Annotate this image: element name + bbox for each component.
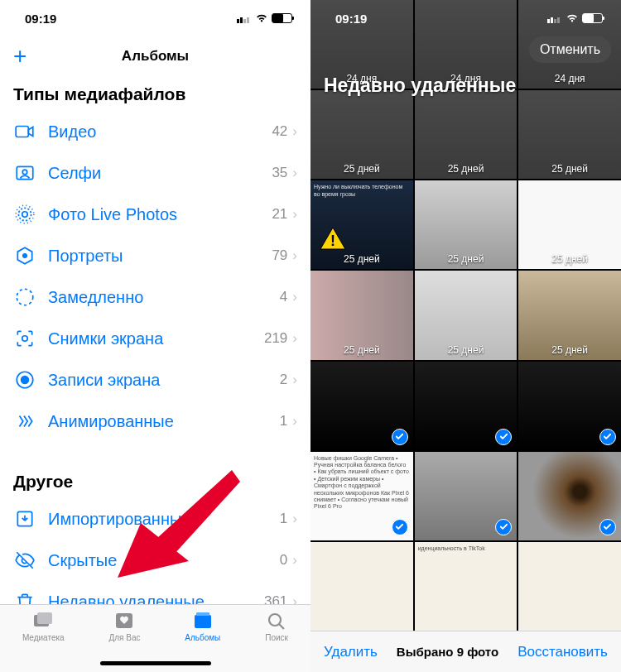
dual-sim-icon	[237, 14, 252, 23]
row-count: 2	[280, 372, 287, 388]
screenshot-icon	[13, 327, 36, 350]
photo-thumbnail[interactable]	[310, 362, 413, 450]
warning-icon: !	[319, 226, 347, 251]
slomo-icon	[13, 286, 36, 309]
photo-thumbnail[interactable]: 25 дней	[310, 90, 413, 179]
chevron-right-icon: ›	[292, 552, 297, 569]
status-bar: 09:19	[0, 0, 310, 36]
svg-rect-3	[247, 17, 249, 23]
wifi-icon	[566, 13, 579, 23]
photo-thumbnail[interactable]: Новые фишки Google Camera • Ручная настр…	[310, 452, 413, 540]
status-icons	[237, 13, 292, 23]
media-row-portrait[interactable]: Портреты 79 ›	[0, 235, 310, 276]
selection-check-icon	[599, 429, 616, 445]
media-row-slomo[interactable]: Замедленно 4 ›	[0, 276, 310, 318]
media-row-screenrec[interactable]: Записи экрана 2 ›	[0, 359, 310, 401]
media-row-video[interactable]: Видео 42 ›	[0, 111, 310, 152]
photo-thumbnail[interactable]: иденциальность в TikTok	[415, 542, 518, 631]
home-indicator	[100, 661, 211, 665]
photo-thumbnail[interactable]	[518, 452, 621, 540]
row-count: 42	[272, 123, 287, 140]
photo-thumbnail[interactable]: Нужно ли выключать телефоном во время гр…	[310, 180, 413, 269]
svg-point-23	[269, 614, 281, 626]
row-count: 361	[264, 593, 287, 604]
photo-thumbnail[interactable]	[518, 362, 621, 450]
other-row-hidden[interactable]: Скрытые 0 ›	[0, 540, 310, 581]
svg-point-14	[22, 377, 29, 384]
days-remaining: 25 дней	[551, 253, 588, 265]
recently-deleted-screen: 09:19 Отменить Недавно удаленные 24 дня2…	[310, 0, 621, 672]
row-label: Замедленно	[48, 288, 280, 307]
days-remaining: 25 дней	[448, 344, 484, 356]
portrait-icon	[13, 244, 36, 267]
row-label: Скрытые	[48, 551, 280, 570]
selection-check-icon	[599, 519, 616, 535]
chevron-right-icon: ›	[292, 372, 297, 388]
tab-label: Для Вас	[108, 633, 140, 642]
wifi-icon	[255, 13, 268, 23]
photo-thumbnail[interactable]	[415, 452, 518, 540]
other-row-trash[interactable]: Недавно удаленные 361 ›	[0, 581, 310, 604]
media-row-live[interactable]: Фото Live Photos 21 ›	[0, 194, 310, 235]
status-icons	[547, 13, 603, 23]
chevron-right-icon: ›	[292, 593, 297, 604]
row-label: Записи экрана	[48, 371, 280, 390]
hidden-icon	[13, 549, 36, 572]
svg-point-6	[22, 170, 26, 174]
photo-thumbnail[interactable]: 25 дней	[415, 180, 518, 269]
photo-thumbnail[interactable]	[415, 362, 518, 450]
svg-point-11	[17, 289, 33, 305]
delete-button[interactable]: Удалить	[324, 644, 378, 660]
animated-icon	[13, 410, 36, 433]
nav-bar: + Альбомы	[0, 36, 310, 76]
selection-check-icon	[392, 429, 408, 445]
chevron-right-icon: ›	[292, 413, 297, 430]
svg-rect-27	[557, 17, 560, 23]
status-time: 09:19	[335, 12, 367, 26]
media-row-animated[interactable]: Анимированные 1 ›	[0, 401, 310, 442]
row-label: Недавно удаленные	[48, 593, 264, 605]
row-count: 79	[272, 247, 287, 264]
photo-thumbnail[interactable]	[518, 542, 621, 631]
svg-rect-0	[237, 19, 239, 23]
recover-button[interactable]: Восстановить	[518, 644, 608, 660]
photo-thumbnail[interactable]: 25 дней	[518, 180, 621, 269]
tab-bar: МедиатекаДля ВасАльбомыПоиск	[0, 604, 310, 672]
video-icon	[13, 120, 36, 143]
photo-thumbnail[interactable]	[310, 542, 413, 631]
photo-thumbnail[interactable]: 25 дней	[310, 271, 413, 359]
status-bar: 09:19	[310, 0, 621, 36]
days-remaining: 25 дней	[448, 163, 484, 175]
tab-icon	[113, 610, 136, 631]
chevron-right-icon: ›	[292, 206, 297, 223]
row-label: Импортированные	[48, 510, 280, 529]
tab-label: Альбомы	[185, 633, 220, 642]
row-count: 1	[280, 413, 287, 430]
svg-rect-19	[37, 612, 52, 624]
row-label: Портреты	[48, 247, 272, 266]
svg-rect-5	[17, 166, 33, 179]
cancel-button[interactable]: Отменить	[529, 36, 611, 63]
days-remaining: 25 дней	[551, 344, 588, 356]
chevron-right-icon: ›	[292, 289, 297, 305]
photo-thumbnail[interactable]: 25 дней	[518, 271, 621, 359]
media-row-selfie[interactable]: Селфи 35 ›	[0, 152, 310, 194]
days-remaining: 25 дней	[344, 344, 380, 356]
other-row-import[interactable]: Импортированные 1 ›	[0, 498, 310, 540]
battery-icon	[272, 13, 292, 23]
selfie-icon	[13, 161, 36, 185]
photo-thumbnail[interactable]: 25 дней	[518, 90, 621, 179]
tab-медиатека[interactable]: Медиатека	[22, 610, 65, 672]
selection-count: Выбрано 9 фото	[397, 645, 498, 659]
selection-check-icon	[392, 519, 408, 535]
tab-icon	[31, 610, 55, 631]
albums-content: Типы медиафайлов Видео 42 › Селфи 35 › Ф…	[0, 76, 310, 604]
days-remaining: 25 дней	[551, 163, 588, 175]
days-remaining: 25 дней	[448, 253, 484, 265]
add-button[interactable]: +	[13, 45, 26, 68]
thumb-caption: иденциальность в TikTok	[418, 545, 514, 552]
photo-thumbnail[interactable]: 25 дней	[415, 90, 518, 179]
photo-thumbnail[interactable]: 25 дней	[415, 271, 518, 359]
media-row-screenshot[interactable]: Снимки экрана 219 ›	[0, 318, 310, 359]
tab-поиск[interactable]: Поиск	[265, 610, 288, 672]
